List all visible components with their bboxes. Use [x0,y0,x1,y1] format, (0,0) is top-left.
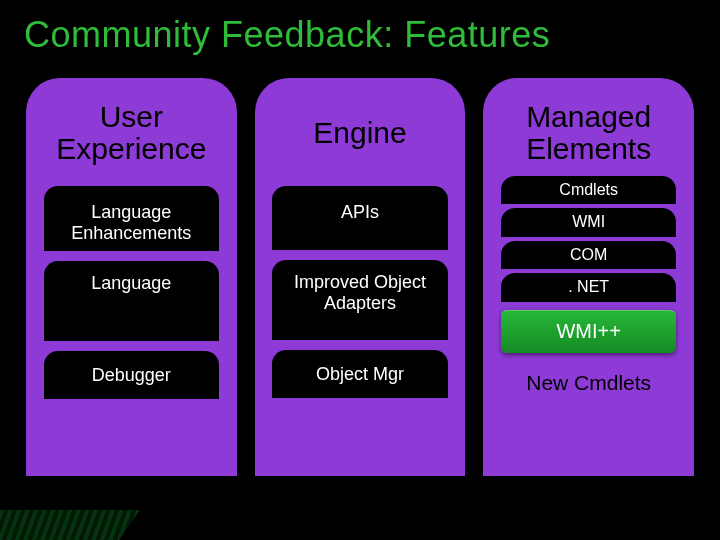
feature-item: WMI [501,208,676,236]
column-engine: Engine APIs Improved Object Adapters Obj… [255,78,466,476]
feature-item: Object Mgr [272,350,447,398]
column-title: Engine [307,90,412,176]
feature-item: Cmdlets [501,176,676,204]
column-managed-elements: Managed Elements Cmdlets WMI COM . NET W… [483,78,694,476]
corner-accent [0,510,140,540]
feature-item: Improved Object Adapters [272,260,447,340]
highlight-item: WMI++ [501,310,676,353]
column-title: Managed Elements [493,90,684,176]
columns-container: User Experience Language Enhancements La… [0,56,720,476]
column-title: User Experience [36,90,227,176]
feature-item: Debugger [44,351,219,399]
feature-item: Language [44,261,219,341]
plain-item: New Cmdlets [501,353,676,395]
feature-item: COM [501,241,676,269]
feature-item: Language Enhancements [44,186,219,251]
feature-item: . NET [501,273,676,301]
feature-stack: Cmdlets WMI COM . NET [501,176,676,302]
column-user-experience: User Experience Language Enhancements La… [26,78,237,476]
feature-item: APIs [272,186,447,250]
page-title: Community Feedback: Features [0,0,720,56]
